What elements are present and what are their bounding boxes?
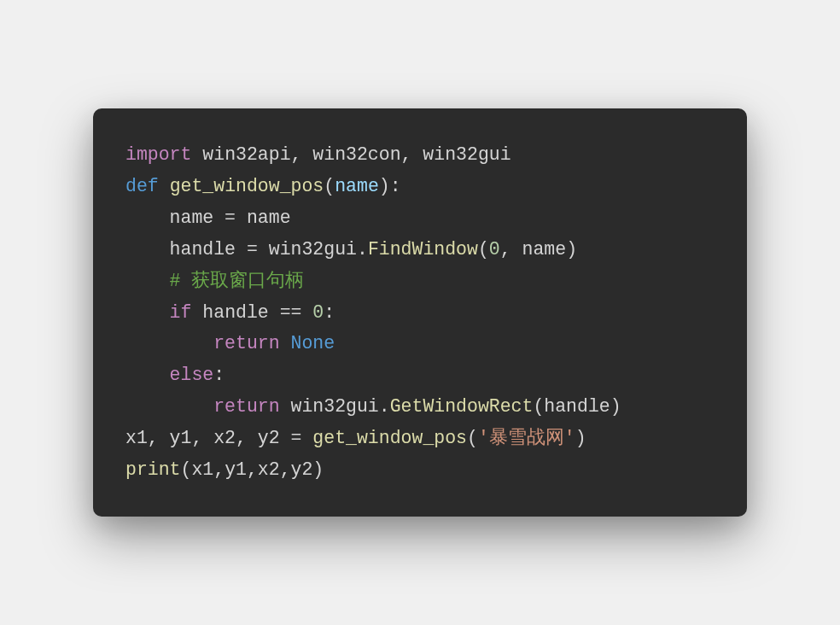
- string-literal: '暴雪战网': [478, 428, 575, 448]
- code-line-2: def get_window_pos(name):: [125, 171, 715, 202]
- var-rhs: name: [247, 207, 291, 228]
- var-lhs: name: [170, 207, 214, 228]
- var-handle-ref: handle: [202, 302, 268, 323]
- arg-zero: 0: [489, 239, 500, 260]
- literal-zero: 0: [312, 302, 324, 323]
- code-line-7: return None: [125, 328, 715, 359]
- keyword-import: import: [125, 144, 191, 165]
- module-list: win32api, win32con, win32gui: [191, 144, 510, 165]
- tuple-vars: x1, y1, x2, y2: [125, 428, 280, 448]
- code-line-4: handle = win32gui.FindWindow(0, name): [125, 234, 715, 266]
- keyword-return-2: return: [213, 396, 279, 417]
- keyword-if: if: [170, 302, 192, 323]
- code-line-6: if handle == 0:: [125, 297, 715, 329]
- call-print: print: [125, 459, 181, 480]
- code-line-3: name = name: [125, 202, 715, 234]
- module-ref: win32gui: [269, 239, 357, 260]
- method-findwindow: FindWindow: [368, 239, 478, 260]
- code-line-1: import win32api, win32con, win32gui: [125, 139, 715, 171]
- keyword-else: else: [170, 365, 214, 385]
- function-name: get_window_pos: [170, 176, 324, 196]
- param-name: name: [335, 176, 379, 196]
- code-line-11: print(x1,y1,x2,y2): [125, 454, 715, 486]
- code-line-10: x1, y1, x2, y2 = get_window_pos('暴雪战网'): [125, 423, 715, 454]
- code-block: import win32api, win32con, win32gui def …: [93, 108, 747, 517]
- comment: # 获取窗口句柄: [170, 271, 305, 291]
- const-none: None: [291, 333, 335, 353]
- keyword-def: def: [125, 176, 159, 196]
- call-getwindowpos: get_window_pos: [312, 428, 467, 448]
- arg-name: name: [522, 239, 567, 260]
- method-getwindowrect: GetWindowRect: [390, 396, 534, 417]
- code-line-8: else:: [125, 359, 715, 391]
- print-args: x1,y1,x2,y2: [191, 459, 312, 480]
- arg-handle: handle: [544, 396, 610, 417]
- var-handle: handle: [170, 239, 236, 260]
- code-line-9: return win32gui.GetWindowRect(handle): [125, 391, 715, 423]
- keyword-return: return: [213, 333, 279, 353]
- module-ref-2: win32gui: [291, 396, 379, 417]
- code-line-5: # 获取窗口句柄: [125, 266, 715, 297]
